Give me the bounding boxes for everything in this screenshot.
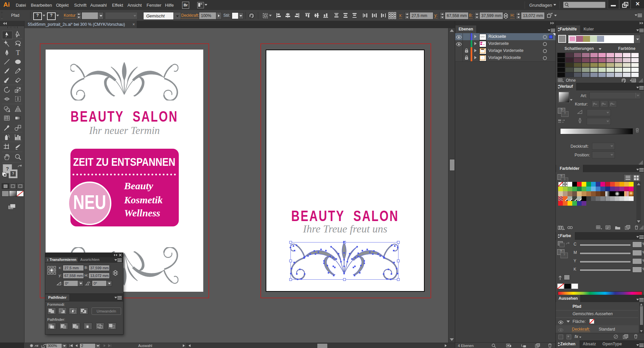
svg-text:T: T xyxy=(16,49,20,56)
